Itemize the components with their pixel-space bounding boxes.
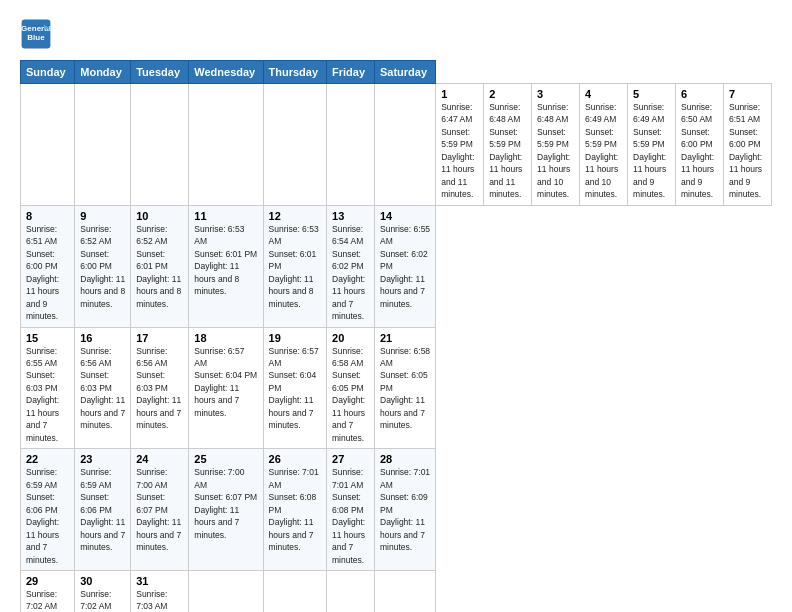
- day-info: Sunrise: 6:56 AMSunset: 6:03 PMDaylight:…: [80, 346, 125, 431]
- calendar-cell: 7 Sunrise: 6:51 AMSunset: 6:00 PMDayligh…: [723, 84, 771, 206]
- calendar-cell: 4 Sunrise: 6:49 AMSunset: 5:59 PMDayligh…: [580, 84, 628, 206]
- calendar-cell: [189, 84, 263, 206]
- day-info: Sunrise: 6:51 AMSunset: 6:00 PMDaylight:…: [729, 102, 762, 199]
- day-number: 29: [26, 575, 69, 587]
- calendar-cell: [75, 84, 131, 206]
- day-number: 7: [729, 88, 766, 100]
- calendar-cell: [263, 84, 326, 206]
- calendar-cell: 28 Sunrise: 7:01 AMSunset: 6:09 PMDaylig…: [375, 449, 436, 571]
- day-number: 17: [136, 332, 183, 344]
- day-info: Sunrise: 6:55 AMSunset: 6:02 PMDaylight:…: [380, 224, 430, 309]
- calendar-header-wednesday: Wednesday: [189, 61, 263, 84]
- day-number: 1: [441, 88, 478, 100]
- day-number: 2: [489, 88, 526, 100]
- day-number: 24: [136, 453, 183, 465]
- day-info: Sunrise: 6:52 AMSunset: 6:01 PMDaylight:…: [136, 224, 181, 309]
- day-info: Sunrise: 7:00 AMSunset: 6:07 PMDaylight:…: [194, 467, 257, 539]
- calendar-cell: 31 Sunrise: 7:03 AMSunset: 6:11 PMDaylig…: [131, 571, 189, 613]
- calendar-cell: 22 Sunrise: 6:59 AMSunset: 6:06 PMDaylig…: [21, 449, 75, 571]
- calendar-header-friday: Friday: [327, 61, 375, 84]
- day-info: Sunrise: 6:48 AMSunset: 5:59 PMDaylight:…: [537, 102, 570, 199]
- calendar-cell: 10 Sunrise: 6:52 AMSunset: 6:01 PMDaylig…: [131, 205, 189, 327]
- calendar-cell: 8 Sunrise: 6:51 AMSunset: 6:00 PMDayligh…: [21, 205, 75, 327]
- day-number: 5: [633, 88, 670, 100]
- day-number: 15: [26, 332, 69, 344]
- day-info: Sunrise: 6:57 AMSunset: 6:04 PMDaylight:…: [269, 346, 319, 431]
- day-info: Sunrise: 7:01 AMSunset: 6:08 PMDaylight:…: [332, 467, 365, 564]
- calendar-week-1: 1 Sunrise: 6:47 AMSunset: 5:59 PMDayligh…: [21, 84, 772, 206]
- day-number: 22: [26, 453, 69, 465]
- header: General Blue: [20, 18, 772, 50]
- calendar-table: SundayMondayTuesdayWednesdayThursdayFrid…: [20, 60, 772, 612]
- day-info: Sunrise: 6:49 AMSunset: 5:59 PMDaylight:…: [585, 102, 618, 199]
- calendar-cell: 19 Sunrise: 6:57 AMSunset: 6:04 PMDaylig…: [263, 327, 326, 449]
- day-info: Sunrise: 6:59 AMSunset: 6:06 PMDaylight:…: [80, 467, 125, 552]
- calendar-cell: 20 Sunrise: 6:58 AMSunset: 6:05 PMDaylig…: [327, 327, 375, 449]
- day-info: Sunrise: 6:48 AMSunset: 5:59 PMDaylight:…: [489, 102, 522, 199]
- day-info: Sunrise: 6:50 AMSunset: 6:00 PMDaylight:…: [681, 102, 714, 199]
- day-number: 19: [269, 332, 321, 344]
- day-info: Sunrise: 7:03 AMSunset: 6:11 PMDaylight:…: [136, 589, 181, 612]
- calendar-cell: [375, 571, 436, 613]
- day-info: Sunrise: 6:55 AMSunset: 6:03 PMDaylight:…: [26, 346, 59, 443]
- calendar-cell: 9 Sunrise: 6:52 AMSunset: 6:00 PMDayligh…: [75, 205, 131, 327]
- day-info: Sunrise: 6:57 AMSunset: 6:04 PMDaylight:…: [194, 346, 257, 418]
- day-number: 12: [269, 210, 321, 222]
- calendar-cell: 12 Sunrise: 6:53 AMSunset: 6:01 PMDaylig…: [263, 205, 326, 327]
- calendar-cell: 13 Sunrise: 6:54 AMSunset: 6:02 PMDaylig…: [327, 205, 375, 327]
- day-number: 11: [194, 210, 257, 222]
- calendar-cell: 6 Sunrise: 6:50 AMSunset: 6:00 PMDayligh…: [676, 84, 724, 206]
- day-number: 26: [269, 453, 321, 465]
- day-info: Sunrise: 6:59 AMSunset: 6:06 PMDaylight:…: [26, 467, 59, 564]
- day-info: Sunrise: 6:47 AMSunset: 5:59 PMDaylight:…: [441, 102, 474, 199]
- calendar-header-row: SundayMondayTuesdayWednesdayThursdayFrid…: [21, 61, 772, 84]
- calendar-cell: 17 Sunrise: 6:56 AMSunset: 6:03 PMDaylig…: [131, 327, 189, 449]
- day-number: 18: [194, 332, 257, 344]
- day-number: 25: [194, 453, 257, 465]
- calendar-week-5: 29 Sunrise: 7:02 AMSunset: 6:10 PMDaylig…: [21, 571, 772, 613]
- calendar-cell: 29 Sunrise: 7:02 AMSunset: 6:10 PMDaylig…: [21, 571, 75, 613]
- calendar-header-tuesday: Tuesday: [131, 61, 189, 84]
- calendar-header-thursday: Thursday: [263, 61, 326, 84]
- day-info: Sunrise: 7:00 AMSunset: 6:07 PMDaylight:…: [136, 467, 181, 552]
- day-number: 23: [80, 453, 125, 465]
- day-info: Sunrise: 6:51 AMSunset: 6:00 PMDaylight:…: [26, 224, 59, 321]
- calendar-cell: 1 Sunrise: 6:47 AMSunset: 5:59 PMDayligh…: [436, 84, 484, 206]
- calendar-week-4: 22 Sunrise: 6:59 AMSunset: 6:06 PMDaylig…: [21, 449, 772, 571]
- calendar-cell: [263, 571, 326, 613]
- calendar-cell: [327, 84, 375, 206]
- calendar-cell: [375, 84, 436, 206]
- day-number: 28: [380, 453, 430, 465]
- calendar-cell: 15 Sunrise: 6:55 AMSunset: 6:03 PMDaylig…: [21, 327, 75, 449]
- calendar-header-sunday: Sunday: [21, 61, 75, 84]
- logo: General Blue: [20, 18, 56, 50]
- calendar-cell: 30 Sunrise: 7:02 AMSunset: 6:10 PMDaylig…: [75, 571, 131, 613]
- calendar-cell: [131, 84, 189, 206]
- calendar-cell: [327, 571, 375, 613]
- calendar-cell: 27 Sunrise: 7:01 AMSunset: 6:08 PMDaylig…: [327, 449, 375, 571]
- day-info: Sunrise: 6:49 AMSunset: 5:59 PMDaylight:…: [633, 102, 666, 199]
- day-number: 16: [80, 332, 125, 344]
- day-number: 4: [585, 88, 622, 100]
- day-info: Sunrise: 6:53 AMSunset: 6:01 PMDaylight:…: [269, 224, 319, 309]
- calendar-cell: 16 Sunrise: 6:56 AMSunset: 6:03 PMDaylig…: [75, 327, 131, 449]
- day-info: Sunrise: 7:01 AMSunset: 6:09 PMDaylight:…: [380, 467, 430, 552]
- calendar-cell: 14 Sunrise: 6:55 AMSunset: 6:02 PMDaylig…: [375, 205, 436, 327]
- day-number: 3: [537, 88, 574, 100]
- day-info: Sunrise: 6:52 AMSunset: 6:00 PMDaylight:…: [80, 224, 125, 309]
- day-number: 8: [26, 210, 69, 222]
- day-number: 6: [681, 88, 718, 100]
- calendar-header-saturday: Saturday: [375, 61, 436, 84]
- day-number: 31: [136, 575, 183, 587]
- svg-text:Blue: Blue: [27, 33, 45, 42]
- day-number: 9: [80, 210, 125, 222]
- calendar-cell: 18 Sunrise: 6:57 AMSunset: 6:04 PMDaylig…: [189, 327, 263, 449]
- day-number: 20: [332, 332, 369, 344]
- calendar-week-2: 8 Sunrise: 6:51 AMSunset: 6:00 PMDayligh…: [21, 205, 772, 327]
- day-number: 30: [80, 575, 125, 587]
- day-number: 21: [380, 332, 430, 344]
- day-info: Sunrise: 7:01 AMSunset: 6:08 PMDaylight:…: [269, 467, 319, 552]
- logo-icon: General Blue: [20, 18, 52, 50]
- day-number: 14: [380, 210, 430, 222]
- page: General Blue SundayMondayTuesdayWednesda…: [0, 0, 792, 612]
